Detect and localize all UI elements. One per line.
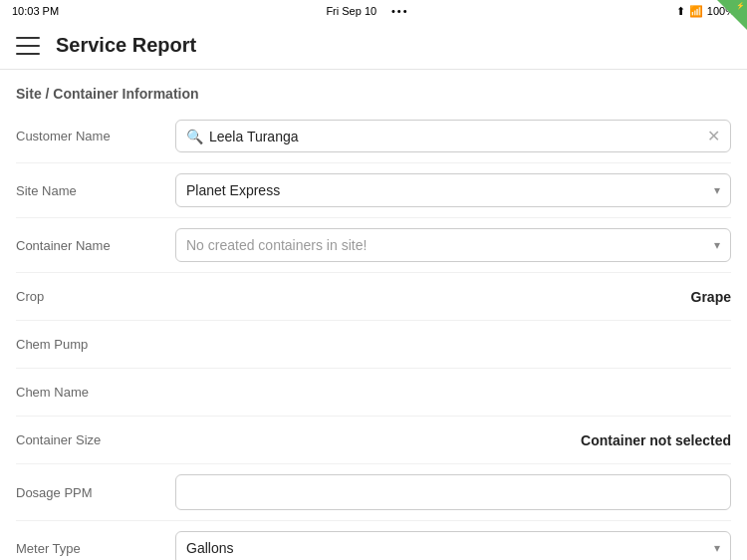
container-size-row: Container Size Container not selected (16, 417, 731, 464)
search-icon: 🔍 (186, 129, 203, 144)
meter-type-value: Gallons (186, 540, 233, 556)
wifi-icon: 📶 (689, 5, 703, 18)
customer-name-label: Customer Name (16, 129, 175, 143)
customer-name-field[interactable]: 🔍 Leela Turanga ✕ (175, 120, 731, 152)
site-name-field[interactable]: Planet Express ▾ (175, 173, 731, 207)
dots-icon: ••• (391, 5, 409, 17)
container-size-value-container: Container not selected (175, 431, 731, 449)
main-content: Site / Container Information Customer Na… (0, 70, 747, 560)
status-center: Fri Sep 10 ••• (326, 2, 408, 20)
chevron-down-icon: ▾ (714, 183, 720, 197)
status-time: 10:03 PM (12, 5, 59, 17)
site-container-section-title: Site / Container Information (16, 70, 731, 110)
customer-name-row: Customer Name 🔍 Leela Turanga ✕ (16, 110, 731, 163)
clear-icon[interactable]: ✕ (707, 127, 720, 145)
container-name-field[interactable]: No created containers in site! ▾ (175, 228, 731, 262)
chevron-down-icon-2: ▾ (714, 238, 720, 252)
hamburger-line-1 (16, 37, 40, 39)
meter-type-dropdown[interactable]: Gallons ▾ (175, 531, 731, 560)
container-name-value: No created containers in site! (186, 237, 367, 253)
meter-type-row: Meter Type Gallons ▾ (16, 521, 731, 560)
chevron-down-icon-3: ▾ (714, 541, 720, 555)
chem-name-row: Chem Name (16, 369, 731, 417)
meter-type-label: Meter Type (16, 541, 175, 556)
date-text: Fri Sep 10 (326, 5, 376, 17)
dosage-ppm-field[interactable] (175, 474, 731, 510)
crop-value: Grape (691, 289, 731, 305)
dosage-ppm-input[interactable] (175, 474, 731, 510)
page-title: Service Report (56, 34, 196, 57)
nav-bar: Service Report (0, 22, 747, 70)
hamburger-button[interactable] (16, 37, 40, 55)
crop-value-container: Grape (175, 288, 731, 306)
dosage-ppm-row: Dosage PPM (16, 464, 731, 521)
hamburger-line-2 (16, 45, 40, 47)
crop-label: Crop (16, 289, 175, 304)
site-name-dropdown[interactable]: Planet Express ▾ (175, 173, 731, 207)
location-icon: ⬆ (676, 5, 685, 18)
container-size-label: Container Size (16, 432, 175, 447)
corner-decoration-text: ⚡ (736, 2, 745, 10)
site-name-value: Planet Express (186, 182, 280, 198)
customer-name-value: Leela Turanga (209, 129, 707, 144)
hamburger-line-3 (16, 53, 40, 55)
container-name-label: Container Name (16, 238, 175, 253)
dosage-ppm-label: Dosage PPM (16, 485, 175, 500)
site-name-label: Site Name (16, 183, 175, 198)
status-bar: 10:03 PM Fri Sep 10 ••• ⬆ 📶 100% (0, 0, 747, 22)
container-name-dropdown[interactable]: No created containers in site! ▾ (175, 228, 731, 262)
site-name-row: Site Name Planet Express ▾ (16, 163, 731, 218)
chem-name-label: Chem Name (16, 385, 175, 400)
container-name-row: Container Name No created containers in … (16, 218, 731, 273)
container-size-value: Container not selected (581, 432, 731, 448)
customer-name-search-wrapper[interactable]: 🔍 Leela Turanga ✕ (175, 120, 731, 152)
chem-pump-label: Chem Pump (16, 337, 175, 352)
chem-pump-row: Chem Pump (16, 321, 731, 369)
crop-row: Crop Grape (16, 273, 731, 321)
meter-type-field[interactable]: Gallons ▾ (175, 531, 731, 560)
